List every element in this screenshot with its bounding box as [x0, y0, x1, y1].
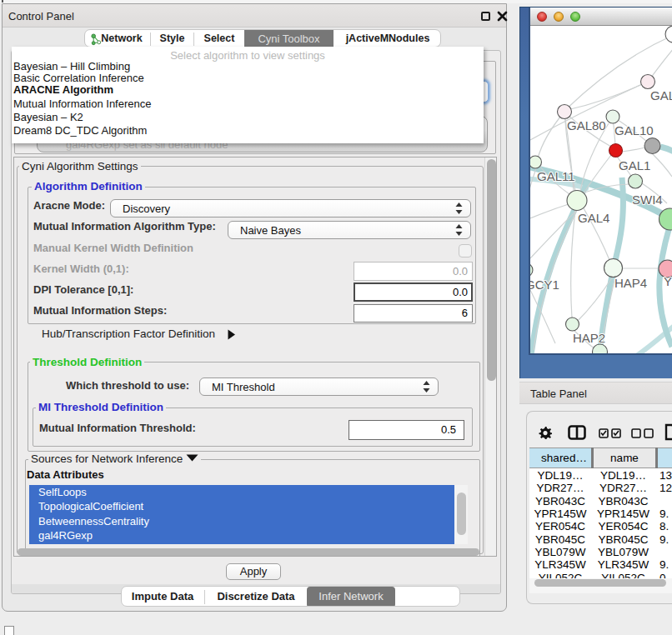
svg-text:GAL1: GAL1: [619, 158, 650, 172]
svg-text:GAL11: GAL11: [537, 169, 575, 183]
svg-text:GAL80: GAL80: [567, 118, 606, 132]
svg-text:YD: YD: [664, 274, 672, 288]
svg-text:SWI4: SWI4: [632, 192, 663, 207]
svg-text:HAP4: HAP4: [614, 276, 647, 290]
svg-text:HAP2: HAP2: [573, 331, 605, 345]
svg-text:GAL7: GAL7: [650, 88, 672, 102]
svg-text:GAL10: GAL10: [614, 123, 654, 138]
svg-text:GAL4: GAL4: [578, 211, 609, 225]
svg-text:GCY1: GCY1: [530, 278, 559, 292]
